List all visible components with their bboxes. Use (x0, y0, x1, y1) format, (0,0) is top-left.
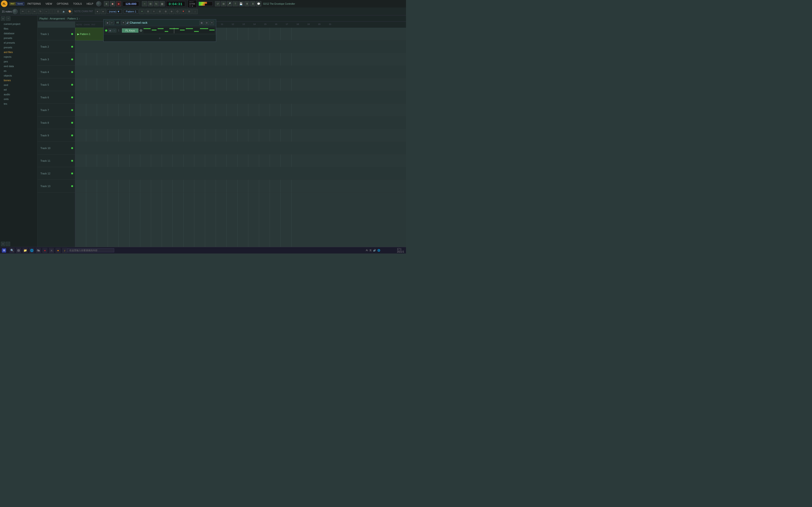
pattern1-badge[interactable]: ▶ Pattern 1 (75, 28, 108, 40)
snap-icon[interactable]: ⊡ (55, 9, 61, 14)
ch-rack-back[interactable]: ↩ (110, 21, 114, 25)
sidebar-item-es[interactable]: es (0, 68, 37, 73)
taskbar-search-input[interactable] (67, 248, 114, 252)
tb2-icon2[interactable]: ≡ (151, 9, 156, 14)
tb2-icon7[interactable]: 🔻 (181, 9, 186, 14)
taskbar-lang[interactable]: 英 (369, 249, 372, 252)
grid-row-7[interactable] (75, 104, 406, 116)
track-label-12[interactable]: Track 12 (38, 167, 75, 180)
sidebar-item-onts[interactable]: onts (0, 97, 37, 101)
record-button[interactable]: ⏺ (116, 1, 121, 6)
sidebar-item-database[interactable]: database (0, 31, 37, 36)
track-label-13[interactable]: Track 13 (38, 180, 75, 192)
taskbar-volume-icon[interactable]: 🔊 (373, 249, 376, 251)
plugin-icon[interactable]: ⊞ (221, 1, 226, 6)
download-icon[interactable]: ⬇ (250, 1, 255, 6)
zoom-knob[interactable] (12, 9, 18, 14)
ch-rack-play[interactable]: ▶ (105, 21, 110, 25)
taskbar-ai-label[interactable]: Ai (366, 249, 368, 251)
ch-rack-waveform-icon[interactable]: ▦ (199, 21, 204, 25)
volume-icon[interactable]: 🔈 (61, 9, 66, 14)
sidebar-item-objects[interactable]: objects (0, 73, 37, 78)
track-label-6[interactable]: Track 6 (38, 91, 75, 104)
track-label-3[interactable]: Track 3 (38, 53, 75, 66)
taskbar-network-icon[interactable]: 🌐 (377, 249, 380, 251)
sidebar-item-presets2[interactable]: presets (0, 45, 37, 50)
ch-name-btn-1[interactable]: FL Keys (122, 29, 138, 33)
arrow-lr-icon[interactable]: ↔ (44, 9, 49, 14)
menu-view[interactable]: VIEW (45, 2, 53, 6)
grid-row-13[interactable] (75, 180, 406, 192)
menu-tools[interactable]: TOOLS (72, 2, 83, 6)
menu-help[interactable]: HELP (86, 2, 94, 6)
pattern1-selector[interactable]: Pattern 1 (124, 9, 139, 14)
sidebar-item-files[interactable]: files (0, 26, 37, 31)
grid-row-4[interactable] (75, 66, 406, 78)
grid-row-5[interactable] (75, 78, 406, 91)
loop-icon[interactable]: ↻ (38, 9, 43, 14)
metronome-knob[interactable] (96, 1, 101, 6)
ch-mute-1[interactable]: ◉ (108, 29, 112, 33)
sidebar-item-el-presets[interactable]: el presets (0, 40, 37, 45)
tb2-icon1[interactable]: ⊞ (145, 9, 151, 14)
grid-row-8[interactable] (75, 116, 406, 129)
taskbar-taskview-icon[interactable]: ⊟ (16, 248, 21, 253)
sidebar-item-presets[interactable]: presets (0, 36, 37, 40)
taskbar-app1-icon[interactable]: ● (42, 248, 47, 253)
ch-vol-knob-1[interactable] (140, 30, 142, 32)
pat-song-toggle[interactable]: PAT SonG (9, 2, 25, 5)
taskbar-app3-icon[interactable]: ● (55, 248, 61, 253)
mic-icon[interactable]: 🎤 (227, 1, 232, 6)
erase-icon[interactable]: ✂ (32, 9, 37, 14)
sidebar-arrow-icon[interactable]: → (6, 16, 10, 21)
record-toggle[interactable]: ● (95, 9, 100, 14)
ch-piano-roll-1[interactable] (144, 28, 214, 33)
ch-solo-1[interactable]: ○ (112, 29, 116, 33)
ch-rack-speaker[interactable]: 🔊 (125, 21, 130, 25)
taskbar-app2-icon[interactable]: ⚔ (49, 248, 54, 253)
ch-filter-arrow[interactable]: ▼ (121, 21, 125, 25)
chat-icon[interactable]: 💬 (256, 1, 261, 6)
track-label-4[interactable]: Track 4 (38, 66, 75, 78)
ch-rack-grid-icon[interactable]: ⊞ (205, 21, 209, 25)
grid-row-6[interactable] (75, 91, 406, 104)
grid-row-9[interactable] (75, 129, 406, 142)
taskbar-edge-icon[interactable]: 🌐 (29, 248, 34, 253)
ch-led-1[interactable] (105, 30, 107, 32)
select-icon[interactable]: ⊹ (26, 9, 31, 14)
track-label-2[interactable]: Track 2 (38, 40, 75, 53)
sidebar-item-project[interactable]: current project (0, 21, 37, 26)
pen-icon[interactable]: ✏ (20, 9, 26, 14)
grid-row-12[interactable] (75, 167, 406, 180)
grid-row-10[interactable] (75, 142, 406, 155)
pause-button[interactable]: ⏸ (104, 1, 109, 6)
track-label-10[interactable]: Track 10 (38, 142, 75, 155)
ch-filter-dropdown[interactable]: All (115, 21, 120, 24)
grid-row-3[interactable] (75, 53, 406, 66)
track-label-1[interactable]: Track 1 (38, 28, 75, 40)
save-icon[interactable]: 💾 (239, 1, 244, 6)
sidebar-item-projects[interactable]: rojects (0, 54, 37, 59)
sidebar-bottom-icon1[interactable]: ⊕ (1, 242, 5, 246)
pat-button[interactable]: PAT (9, 2, 16, 5)
help-icon[interactable]: ? (233, 1, 238, 6)
sidebar-item-bones[interactable]: bones (0, 78, 37, 82)
tb2-icon9[interactable]: ↓ (192, 9, 198, 14)
taskbar-store-icon[interactable]: 🛍 (36, 248, 41, 253)
tb2-icon6[interactable]: ⌬ (175, 9, 180, 14)
start-button[interactable]: ⊞ (2, 248, 6, 252)
sidebar-home-icon[interactable]: ⌂ (1, 16, 5, 21)
ch-rack-close[interactable]: ✕ (210, 21, 214, 25)
tb2-icon8[interactable]: ⊠ (187, 9, 192, 14)
tb2-icon4[interactable]: ⊞ (163, 9, 168, 14)
channel-rack-add[interactable]: + (104, 35, 216, 42)
sidebar-item-eed-data[interactable]: eed data (0, 64, 37, 68)
sidebar-item-pes[interactable]: pes (0, 59, 37, 64)
grid-row-2[interactable] (75, 40, 406, 53)
sidebar-item-eed[interactable]: eed (0, 82, 37, 87)
song-button[interactable]: SonG (16, 2, 24, 5)
sidebar-item-tes[interactable]: tes (0, 101, 37, 106)
tb2-icon5[interactable]: ⊕ (169, 9, 174, 14)
menu-patterns[interactable]: PATTERNS (27, 2, 42, 6)
track-label-7[interactable]: Track 7 (38, 104, 75, 116)
